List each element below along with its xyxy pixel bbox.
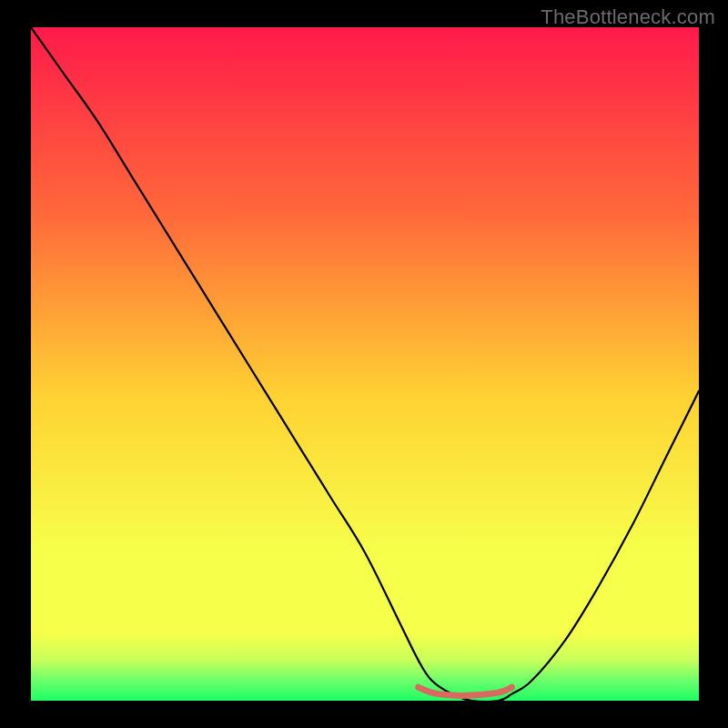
watermark-text: TheBottleneck.com	[541, 5, 715, 29]
bottleneck-chart	[0, 0, 728, 728]
plot-background	[31, 27, 699, 701]
chart-frame: TheBottleneck.com	[0, 0, 728, 728]
